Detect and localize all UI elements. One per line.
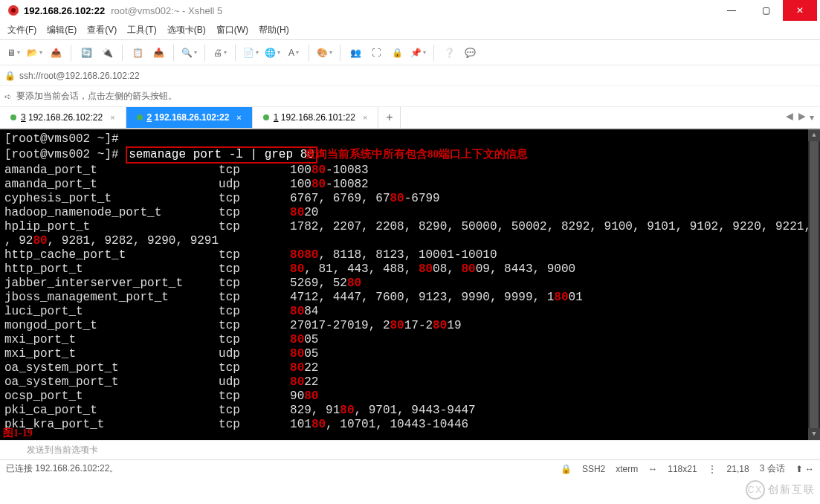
paste-icon[interactable]: 📥 xyxy=(149,43,167,62)
window-controls: — ▢ ✕ xyxy=(714,0,817,21)
menu-item[interactable]: 查看(V) xyxy=(87,24,117,36)
status-protocol: SSH2 xyxy=(582,464,605,474)
status-connection: 已连接 192.168.26.102:22。 xyxy=(6,462,118,475)
annotation-figure: 图1-19 xyxy=(3,426,33,440)
open-icon[interactable]: 📂 xyxy=(25,43,44,62)
svg-point-1 xyxy=(11,8,16,13)
status-size: 118x21 xyxy=(668,464,697,474)
status-dot-icon xyxy=(263,114,269,120)
tab-close-icon[interactable]: × xyxy=(110,113,114,122)
scroll-thumb[interactable] xyxy=(810,141,819,440)
status-size-icon: ↔ xyxy=(648,464,657,474)
arrow-icon[interactable]: ➪ xyxy=(4,91,12,102)
send-input[interactable]: 发送到当前选项卡 xyxy=(27,444,98,456)
font-icon[interactable]: A xyxy=(285,43,303,62)
status-dot-icon xyxy=(137,114,143,120)
status-bar: 已连接 192.168.26.102:22。 🔒 SSH2 xterm ↔ 11… xyxy=(0,459,820,477)
watermark-logo-icon: CX xyxy=(746,480,765,500)
terminal[interactable]: [root@vms002 ~]# [root@vms002 ~]# semana… xyxy=(0,129,820,440)
lock-icon: 🔒 xyxy=(4,71,15,81)
annotation-main: 查询当前系统中所有包含80端口上下文的信息 xyxy=(305,147,528,161)
terminal-output: [root@vms002 ~]# [root@vms002 ~]# semana… xyxy=(4,132,816,432)
search-icon[interactable]: 🔍 xyxy=(180,43,198,62)
fullscreen-icon[interactable]: ⛶ xyxy=(367,43,385,62)
menu-item[interactable]: 编辑(E) xyxy=(47,24,77,36)
toolbar: 🖥📂📤🔄🔌📋📥🔍🖨📄🌐A🎨👥⛶🔒📌❔💬 xyxy=(0,40,820,65)
hint-bar: ➪ 要添加当前会话，点击左侧的箭头按钮。 xyxy=(0,86,820,107)
status-term: xterm xyxy=(616,464,638,474)
reconnect-icon[interactable]: 🔄 xyxy=(77,43,95,62)
tab-close-icon[interactable]: × xyxy=(236,113,241,122)
users-icon[interactable]: 👥 xyxy=(346,43,364,62)
print-icon[interactable]: 🖨 xyxy=(211,43,229,62)
watermark: CX 创新互联 xyxy=(746,480,816,500)
window-sub-title: root@vms002:~ - Xshell 5 xyxy=(111,5,222,16)
properties-icon[interactable]: 📄 xyxy=(242,43,260,62)
tab-label: 3 192.168.26.102:22 xyxy=(21,112,103,123)
new-session-icon[interactable]: 🖥 xyxy=(4,43,22,62)
pin-icon[interactable]: 📌 xyxy=(409,43,427,62)
hint-text: 要添加当前会话，点击左侧的箭头按钮。 xyxy=(16,90,177,103)
tab-next-icon[interactable]: ⯈ xyxy=(798,112,807,123)
send-bar[interactable]: 发送到当前选项卡 xyxy=(0,440,820,459)
status-proto-icon: 🔒 xyxy=(561,464,572,474)
tab-label: 2 192.168.26.102:22 xyxy=(147,112,230,123)
status-position: 21,18 xyxy=(727,464,749,474)
add-tab-button[interactable]: + xyxy=(378,107,401,128)
globe-icon[interactable]: 🌐 xyxy=(263,43,282,62)
window-host-title: 192.168.26.102:22 xyxy=(24,5,105,16)
help-icon[interactable]: ❔ xyxy=(440,43,458,62)
status-dot-icon xyxy=(10,114,16,120)
watermark-text: 创新互联 xyxy=(768,483,816,497)
menu-item[interactable]: 选项卡(B) xyxy=(167,24,206,36)
tab-label: 1 192.168.26.101:22 xyxy=(274,112,355,123)
menu-item[interactable]: 帮助(H) xyxy=(259,24,289,36)
status-sessions: 3 会话 xyxy=(760,462,785,475)
tab-menu-icon[interactable]: ▾ xyxy=(810,112,814,123)
tab-nav: ⯇ ⯈ ▾ xyxy=(780,107,820,128)
send-icon[interactable]: 📤 xyxy=(47,43,65,62)
color-icon[interactable]: 🎨 xyxy=(315,43,334,62)
scroll-up-icon[interactable]: ▲ xyxy=(808,129,820,141)
tab[interactable]: 2 192.168.26.102:22× xyxy=(126,107,253,128)
menu-item[interactable]: 窗口(W) xyxy=(216,24,248,36)
minimize-button[interactable]: — xyxy=(714,0,749,21)
close-button[interactable]: ✕ xyxy=(783,0,817,21)
status-pos-icon: ⋮ xyxy=(708,464,717,474)
chat-icon[interactable]: 💬 xyxy=(461,43,479,62)
tab[interactable]: 1 192.168.26.101:22× xyxy=(253,107,379,128)
tab-prev-icon[interactable]: ⯇ xyxy=(786,112,795,123)
menu-bar: 文件(F)编辑(E)查看(V)工具(T)选项卡(B)窗口(W)帮助(H) xyxy=(0,21,820,40)
tab[interactable]: 3 192.168.26.102:22× xyxy=(0,107,126,128)
scroll-down-icon[interactable]: ▼ xyxy=(808,428,820,440)
lock-icon[interactable]: 🔒 xyxy=(388,43,406,62)
tab-close-icon[interactable]: × xyxy=(363,113,367,122)
terminal-scrollbar[interactable]: ▲ ▼ xyxy=(808,129,820,440)
tab-bar: 3 192.168.26.102:22×2 192.168.26.102:22×… xyxy=(0,107,820,129)
maximize-button[interactable]: ▢ xyxy=(749,0,783,21)
menu-item[interactable]: 工具(T) xyxy=(127,24,156,36)
status-sess-icon: ⬆ ↔ xyxy=(795,464,814,474)
address-bar[interactable]: 🔒 ssh://root@192.168.26.102:22 xyxy=(0,65,820,86)
disconnect-icon[interactable]: 🔌 xyxy=(98,43,116,62)
title-bar: 192.168.26.102:22 root@vms002:~ - Xshell… xyxy=(0,0,820,21)
menu-item[interactable]: 文件(F) xyxy=(7,24,36,36)
copy-icon[interactable]: 📋 xyxy=(129,43,146,62)
app-logo-icon xyxy=(7,4,19,16)
address-text: ssh://root@192.168.26.102:22 xyxy=(19,71,140,81)
